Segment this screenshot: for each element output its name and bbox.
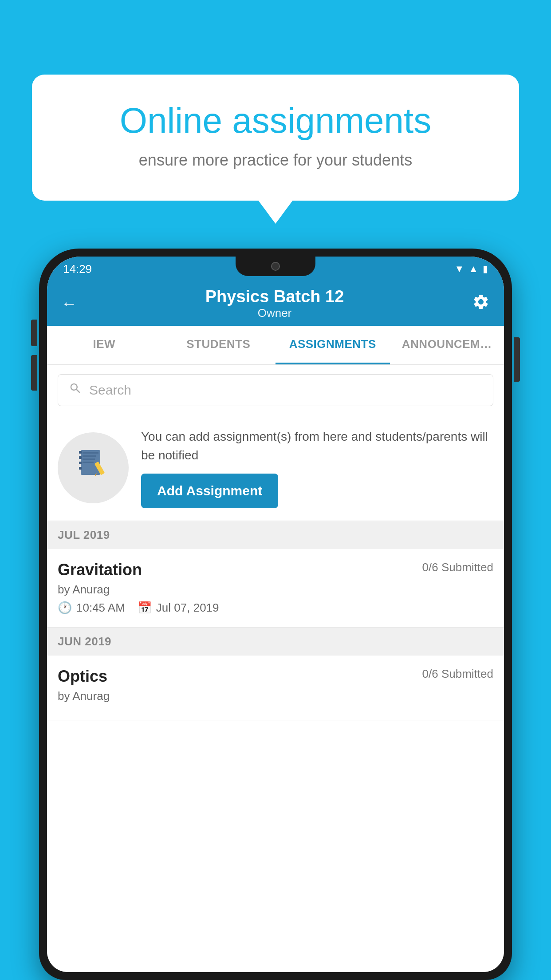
- header-title: Physics Batch 12: [205, 287, 344, 306]
- gear-icon: [472, 293, 490, 311]
- svg-rect-7: [79, 462, 82, 464]
- section-header-jun: JUN 2019: [47, 628, 504, 656]
- section-header-jul: JUL 2019: [47, 521, 504, 549]
- assignment-submitted-optics: 0/6 Submitted: [422, 667, 493, 681]
- tab-announcements[interactable]: ANNOUNCEM…: [390, 326, 504, 364]
- assignment-date: 📅 Jul 07, 2019: [138, 601, 219, 615]
- assignment-time-value: 10:45 AM: [76, 601, 125, 615]
- svg-rect-3: [83, 458, 95, 460]
- svg-rect-8: [79, 467, 82, 470]
- svg-rect-2: [83, 455, 96, 457]
- phone-frame: 14:29 ▼ ▲ ▮ ← Physics Batch 12 Owner IEW: [39, 249, 512, 980]
- search-bar-container: Search: [47, 365, 504, 415]
- clock-icon: 🕐: [58, 601, 72, 615]
- header-center: Physics Batch 12 Owner: [205, 287, 344, 320]
- header-subtitle: Owner: [205, 306, 344, 320]
- calendar-icon: 📅: [138, 601, 152, 615]
- assignment-time: 🕐 10:45 AM: [58, 601, 125, 615]
- assignment-item-optics[interactable]: Optics 0/6 Submitted by Anurag: [47, 656, 504, 720]
- svg-rect-5: [79, 451, 82, 454]
- signal-icon: ▲: [468, 263, 478, 275]
- notebook-icon: [75, 447, 111, 489]
- svg-rect-1: [83, 452, 98, 454]
- promo-content: You can add assignment(s) from here and …: [141, 427, 493, 508]
- search-input[interactable]: Search: [89, 383, 131, 398]
- promo-description: You can add assignment(s) from here and …: [141, 427, 493, 465]
- status-time: 14:29: [63, 262, 92, 276]
- battery-icon: ▮: [483, 263, 488, 275]
- back-button[interactable]: ←: [61, 294, 77, 313]
- volume-down-button: [31, 355, 37, 391]
- assignment-date-value: Jul 07, 2019: [156, 601, 219, 615]
- svg-rect-6: [79, 456, 82, 459]
- phone-screen: 14:29 ▼ ▲ ▮ ← Physics Batch 12 Owner IEW: [47, 257, 504, 972]
- app-header: ← Physics Batch 12 Owner: [47, 281, 504, 326]
- tab-iew[interactable]: IEW: [47, 326, 161, 364]
- front-camera: [271, 262, 280, 271]
- assignment-item-gravitation[interactable]: Gravitation 0/6 Submitted by Anurag 🕐 10…: [47, 549, 504, 628]
- tabs: IEW STUDENTS ASSIGNMENTS ANNOUNCEM…: [47, 326, 504, 365]
- assignment-by-gravitation: by Anurag: [58, 583, 493, 597]
- status-icons: ▼ ▲ ▮: [454, 263, 488, 275]
- settings-button[interactable]: [472, 293, 490, 315]
- assignment-title-gravitation: Gravitation: [58, 561, 142, 579]
- wifi-icon: ▼: [454, 263, 464, 275]
- assignment-row-top: Gravitation 0/6 Submitted: [58, 561, 493, 579]
- assignment-title-optics: Optics: [58, 667, 107, 686]
- add-assignment-promo: You can add assignment(s) from here and …: [47, 415, 504, 521]
- speech-bubble: Online assignments ensure more practice …: [32, 75, 519, 201]
- svg-rect-4: [83, 462, 94, 463]
- search-input-wrap[interactable]: Search: [58, 374, 493, 406]
- speech-bubble-subtitle: ensure more practice for your students: [63, 151, 488, 170]
- volume-up-button: [31, 320, 37, 346]
- promo-icon-circle: [58, 432, 129, 503]
- assignment-submitted-gravitation: 0/6 Submitted: [422, 561, 493, 574]
- add-assignment-button[interactable]: Add Assignment: [141, 474, 278, 508]
- power-button: [514, 337, 520, 382]
- speech-bubble-title: Online assignments: [63, 101, 488, 140]
- tab-students[interactable]: STUDENTS: [161, 326, 276, 364]
- phone-notch: [236, 257, 315, 276]
- assignment-meta-gravitation: 🕐 10:45 AM 📅 Jul 07, 2019: [58, 601, 493, 615]
- assignment-by-optics: by Anurag: [58, 689, 493, 703]
- assignment-row-top-optics: Optics 0/6 Submitted: [58, 667, 493, 686]
- search-icon: [69, 382, 82, 399]
- tab-assignments[interactable]: ASSIGNMENTS: [276, 326, 390, 364]
